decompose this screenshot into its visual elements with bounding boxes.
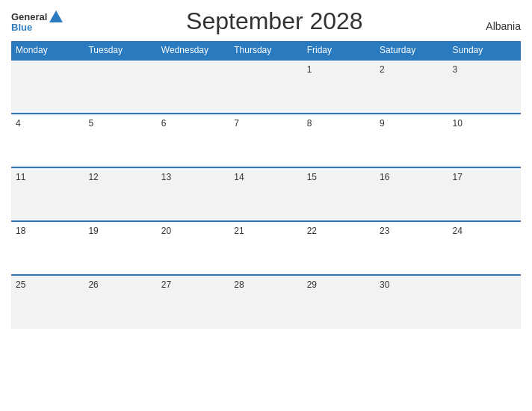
calendar-week-row: 45678910 bbox=[11, 114, 521, 167]
calendar-day-cell: 11 bbox=[11, 167, 84, 221]
day-number: 24 bbox=[453, 226, 463, 236]
calendar-day-cell bbox=[229, 60, 302, 114]
day-number: 1 bbox=[307, 64, 312, 75]
header-friday: Friday bbox=[303, 41, 375, 60]
header-monday: Monday bbox=[11, 41, 84, 60]
day-number: 13 bbox=[161, 172, 171, 182]
calendar-day-cell: 22 bbox=[303, 221, 375, 275]
calendar-week-row: 252627282930 bbox=[11, 275, 521, 329]
day-number: 12 bbox=[88, 172, 98, 182]
calendar-day-cell: 18 bbox=[11, 221, 84, 275]
day-number: 6 bbox=[161, 118, 167, 129]
day-number: 11 bbox=[16, 172, 25, 182]
day-number: 17 bbox=[453, 172, 463, 182]
calendar-day-cell: 15 bbox=[303, 167, 375, 221]
calendar-table: Monday Tuesday Wednesday Thursday Friday… bbox=[11, 41, 521, 329]
calendar-day-cell: 4 bbox=[11, 114, 84, 167]
day-number: 28 bbox=[234, 279, 244, 290]
calendar-day-cell: 29 bbox=[303, 275, 375, 329]
day-number: 19 bbox=[88, 226, 98, 236]
header-thursday: Thursday bbox=[229, 41, 302, 60]
day-number: 27 bbox=[161, 279, 171, 290]
weekday-header-row: Monday Tuesday Wednesday Thursday Friday… bbox=[11, 41, 521, 60]
calendar-day-cell: 24 bbox=[448, 221, 521, 275]
day-number: 23 bbox=[380, 226, 389, 236]
day-number: 7 bbox=[234, 118, 239, 129]
calendar-day-cell: 14 bbox=[229, 167, 302, 221]
day-number: 2 bbox=[380, 64, 385, 75]
day-number: 9 bbox=[380, 118, 385, 129]
calendar-day-cell: 8 bbox=[303, 114, 375, 167]
day-number: 4 bbox=[16, 118, 21, 129]
calendar-day-cell: 1 bbox=[303, 60, 375, 114]
header-wednesday: Wednesday bbox=[157, 41, 229, 60]
day-number: 14 bbox=[234, 172, 244, 182]
calendar-day-cell bbox=[448, 275, 521, 329]
day-number: 25 bbox=[16, 279, 25, 290]
day-number: 30 bbox=[380, 279, 389, 290]
calendar-day-cell bbox=[84, 60, 156, 114]
logo-triangle-icon bbox=[49, 10, 63, 22]
day-number: 8 bbox=[307, 118, 312, 129]
header: General Blue September 2028 Albania bbox=[11, 7, 521, 35]
day-number: 21 bbox=[234, 226, 244, 236]
day-number: 20 bbox=[161, 226, 171, 236]
calendar-week-row: 18192021222324 bbox=[11, 221, 521, 275]
calendar-day-cell: 25 bbox=[11, 275, 84, 329]
calendar-week-row: 11121314151617 bbox=[11, 167, 521, 221]
calendar-day-cell: 6 bbox=[157, 114, 229, 167]
day-number: 3 bbox=[453, 64, 458, 75]
calendar-day-cell: 3 bbox=[448, 60, 521, 114]
calendar-day-cell: 10 bbox=[448, 114, 521, 167]
calendar-day-cell: 12 bbox=[84, 167, 156, 221]
calendar-week-row: 123 bbox=[11, 60, 521, 114]
calendar-day-cell: 13 bbox=[157, 167, 229, 221]
calendar-day-cell: 19 bbox=[84, 221, 156, 275]
calendar-day-cell: 30 bbox=[375, 275, 448, 329]
logo: General Blue bbox=[11, 10, 63, 32]
calendar-day-cell: 16 bbox=[375, 167, 448, 221]
day-number: 5 bbox=[88, 118, 93, 129]
header-tuesday: Tuesday bbox=[84, 41, 156, 60]
logo-general: General bbox=[11, 12, 47, 22]
day-number: 18 bbox=[16, 226, 25, 236]
calendar-day-cell: 23 bbox=[375, 221, 448, 275]
calendar-day-cell: 20 bbox=[157, 221, 229, 275]
day-number: 29 bbox=[307, 279, 317, 290]
header-saturday: Saturday bbox=[375, 41, 448, 60]
calendar-day-cell: 26 bbox=[84, 275, 156, 329]
country-label: Albania bbox=[486, 20, 521, 35]
day-number: 22 bbox=[307, 226, 317, 236]
logo-blue: Blue bbox=[11, 22, 32, 32]
calendar-day-cell bbox=[157, 60, 229, 114]
calendar-day-cell: 28 bbox=[229, 275, 302, 329]
header-sunday: Sunday bbox=[448, 41, 521, 60]
calendar-day-cell: 21 bbox=[229, 221, 302, 275]
day-number: 16 bbox=[380, 172, 389, 182]
calendar-day-cell: 27 bbox=[157, 275, 229, 329]
calendar-day-cell: 2 bbox=[375, 60, 448, 114]
calendar-title: September 2028 bbox=[63, 7, 486, 35]
calendar-day-cell: 17 bbox=[448, 167, 521, 221]
calendar-day-cell: 7 bbox=[229, 114, 302, 167]
calendar-day-cell bbox=[11, 60, 84, 114]
day-number: 15 bbox=[307, 172, 317, 182]
calendar-page: General Blue September 2028 Albania Mond… bbox=[0, 0, 532, 411]
day-number: 26 bbox=[88, 279, 98, 290]
calendar-day-cell: 5 bbox=[84, 114, 156, 167]
day-number: 10 bbox=[453, 118, 463, 129]
calendar-day-cell: 9 bbox=[375, 114, 448, 167]
